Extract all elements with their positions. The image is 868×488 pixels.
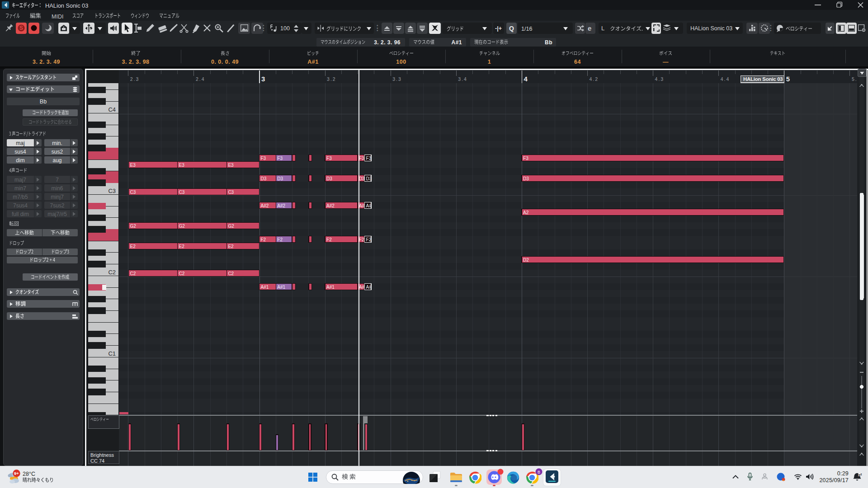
svg-text:A#1: A#1 [261, 285, 269, 290]
svg-text:z: z [860, 473, 862, 476]
svg-text:F3: F3 [359, 156, 364, 161]
svg-text:D3: D3 [326, 176, 332, 181]
svg-text:F2: F2 [261, 237, 266, 242]
svg-text:C3: C3 [130, 190, 136, 195]
svg-text:F3: F3 [366, 156, 372, 161]
svg-text:D3: D3 [523, 176, 529, 181]
svg-text:G2: G2 [130, 224, 137, 229]
svg-text:C4: C4 [108, 106, 116, 113]
svg-text:E3: E3 [130, 163, 136, 168]
svg-text:2.3: 2.3 [130, 76, 140, 82]
svg-text:D3: D3 [359, 176, 365, 181]
svg-text:2.4: 2.4 [196, 76, 205, 82]
svg-text:A#2: A#2 [277, 203, 285, 208]
svg-text:A#: A# [359, 285, 365, 290]
svg-text:F3: F3 [523, 156, 528, 161]
svg-text:9+: 9+ [14, 471, 19, 476]
svg-text:A#: A# [366, 203, 372, 208]
svg-text:G2: G2 [228, 224, 234, 229]
svg-text:C2: C2 [108, 269, 116, 276]
svg-text:A#1: A#1 [326, 285, 335, 290]
svg-text:4.3: 4.3 [655, 76, 665, 82]
svg-text:C2: C2 [179, 271, 185, 276]
svg-text:F2: F2 [366, 237, 372, 242]
svg-text:C1: C1 [108, 350, 116, 357]
svg-text:4.2: 4.2 [590, 76, 599, 82]
svg-text:C3: C3 [179, 190, 185, 195]
svg-text:C2: C2 [228, 271, 234, 276]
svg-text:E3: E3 [228, 163, 234, 168]
svg-text:E3: E3 [179, 163, 185, 168]
svg-text:E2: E2 [228, 244, 234, 249]
svg-text:F2: F2 [359, 237, 364, 242]
svg-text:F3: F3 [261, 156, 266, 161]
svg-text:3.3: 3.3 [392, 76, 402, 82]
svg-text:D2: D2 [523, 258, 529, 263]
svg-text:D3: D3 [366, 176, 372, 181]
svg-text:G2: G2 [179, 224, 185, 229]
svg-text:A#: A# [359, 203, 365, 208]
svg-text:F3: F3 [326, 156, 332, 161]
svg-text:C3: C3 [108, 188, 116, 194]
svg-text:F2: F2 [326, 237, 332, 242]
svg-text:A2: A2 [523, 210, 529, 215]
svg-text:F3: F3 [277, 156, 283, 161]
svg-text:HALion Sonic 03: HALion Sonic 03 [743, 76, 783, 82]
svg-text:A#2: A#2 [261, 203, 269, 208]
svg-text:D3: D3 [277, 176, 283, 181]
svg-text:4.4: 4.4 [721, 76, 730, 82]
svg-text:3: 3 [261, 75, 265, 83]
svg-text:5: 5 [786, 75, 790, 83]
svg-text:C2: C2 [130, 271, 136, 276]
svg-text:3.4: 3.4 [458, 76, 467, 82]
svg-text:D3: D3 [261, 176, 267, 181]
svg-text:B: B [538, 470, 540, 474]
svg-text:C3: C3 [228, 190, 234, 195]
svg-text:A#2: A#2 [326, 203, 335, 208]
svg-text:4: 4 [524, 75, 528, 83]
svg-text:A#1: A#1 [277, 285, 285, 290]
svg-text:A#: A# [366, 285, 372, 290]
svg-text:F2: F2 [277, 237, 283, 242]
svg-text:E2: E2 [130, 244, 136, 249]
svg-text:3.2: 3.2 [327, 76, 336, 82]
svg-text:E2: E2 [179, 244, 185, 249]
